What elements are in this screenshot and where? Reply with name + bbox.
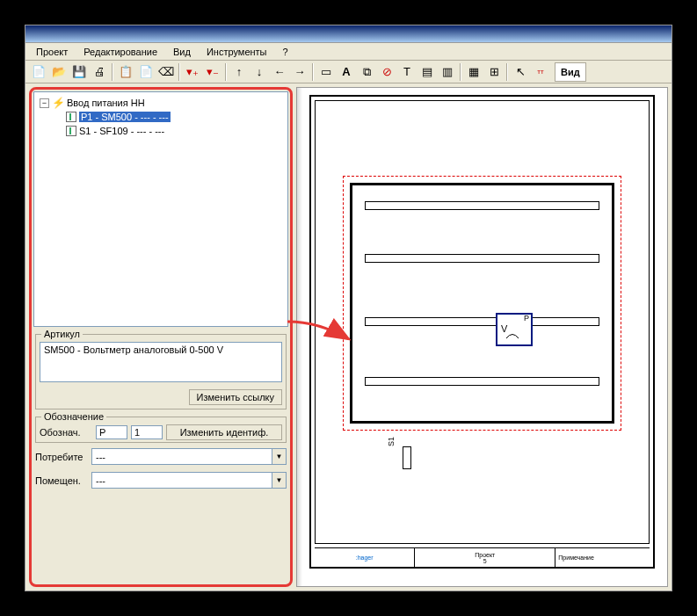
consumer-row: Потребите --- ▼: [35, 448, 287, 465]
project-word: Проект: [475, 552, 495, 558]
copy-box-icon[interactable]: ⧉: [357, 62, 376, 82]
tree-root-label: Ввод питания НН: [67, 98, 145, 108]
menu-bar: Проект Редактирование Вид Инструменты ?: [25, 43, 672, 61]
separator: [506, 63, 508, 81]
rail[interactable]: [365, 254, 599, 263]
article-legend: Артикул: [41, 329, 83, 339]
rail[interactable]: [365, 377, 599, 386]
designation-label: Обознач.: [40, 427, 92, 438]
arrow-up-icon[interactable]: ↑: [229, 62, 249, 82]
flag-remove-icon[interactable]: ▾₋: [203, 62, 222, 82]
flag-add-icon[interactable]: ▾₊: [183, 62, 202, 82]
tree-item-label: S1 - SF109 - --- - ---: [79, 126, 164, 136]
bolt-icon: ⚡: [52, 97, 64, 109]
p-label: P: [524, 314, 529, 322]
arrow-right-icon[interactable]: →: [290, 62, 309, 82]
designation-prefix-input[interactable]: [96, 425, 127, 439]
menu-help[interactable]: ?: [276, 45, 295, 59]
grid-icon[interactable]: ▦: [464, 62, 483, 82]
designation-number-input[interactable]: [131, 425, 163, 439]
paste-icon[interactable]: 📄: [136, 62, 156, 82]
tree-item-p1[interactable]: P1 - SM500 - --- - ---: [64, 110, 284, 124]
table-icon[interactable]: ⊞: [484, 62, 504, 82]
book2-icon[interactable]: ▥: [438, 62, 457, 82]
toolbar: 📄 📂 💾 🖨 📋 📄 ⌫ ▾₊ ▾₋ ↑ ↓ ← → ▭ A ⧉ ⊘ T ▤ …: [25, 61, 672, 83]
app-window: Проект Редактирование Вид Инструменты ? …: [25, 25, 672, 591]
brand-cell: :hager: [315, 548, 415, 567]
article-textarea[interactable]: SM500 - Вольтметр аналоговый 0-500 V: [40, 342, 282, 382]
separator: [460, 63, 461, 81]
view-button[interactable]: Вид: [555, 62, 586, 82]
circle-23-icon[interactable]: ⊘: [377, 62, 396, 82]
title-block: :hager Проект 5 Примечание: [315, 547, 650, 567]
consumer-value: ---: [92, 452, 272, 462]
book-icon[interactable]: ▤: [417, 62, 437, 82]
copy-icon[interactable]: 📋: [116, 62, 135, 82]
save-icon[interactable]: 💾: [69, 62, 89, 82]
note-cell: Примечание: [555, 548, 650, 567]
title-bar: [25, 25, 672, 43]
separator: [112, 63, 113, 81]
menu-project[interactable]: Проект: [29, 45, 75, 59]
rail[interactable]: [365, 317, 599, 326]
page-number: 5: [483, 558, 487, 564]
open-icon[interactable]: 📂: [49, 62, 69, 82]
text-a-icon[interactable]: A: [337, 62, 356, 82]
consumer-label: Потребите: [35, 452, 88, 462]
room-label: Помещен.: [35, 475, 88, 486]
cursor-tt-icon[interactable]: тт: [531, 62, 550, 82]
print-icon[interactable]: 🖨: [90, 62, 109, 82]
erase-icon[interactable]: ⌫: [156, 62, 176, 82]
rail[interactable]: [365, 201, 599, 210]
tree-item-label: P1 - SM500 - --- - ---: [79, 112, 171, 122]
arrow-down-icon[interactable]: ↓: [250, 62, 269, 82]
change-link-button[interactable]: Изменить ссылку: [189, 389, 282, 405]
menu-edit[interactable]: Редактирование: [76, 45, 164, 59]
page-icon[interactable]: ▭: [316, 62, 336, 82]
menu-view[interactable]: Вид: [166, 45, 198, 59]
drawing-frame: P V S1 :hager Проект 5 Примечание: [309, 95, 655, 569]
separator: [225, 63, 227, 81]
chevron-down-icon[interactable]: ▼: [272, 449, 286, 464]
tree-item-s1[interactable]: S1 - SF109 - --- - ---: [64, 124, 284, 138]
chevron-down-icon[interactable]: ▼: [272, 473, 286, 488]
designation-legend: Обозначение: [41, 411, 106, 422]
text-t-icon[interactable]: T: [397, 62, 417, 82]
cursor-icon[interactable]: ↖: [511, 62, 530, 82]
main-area: − ⚡ Ввод питания НН P1 - SM500 - --- - -…: [25, 83, 672, 591]
enclosure-box[interactable]: [350, 183, 614, 424]
collapse-icon[interactable]: −: [40, 98, 49, 108]
room-row: Помещен. --- ▼: [35, 472, 287, 489]
tree-view[interactable]: − ⚡ Ввод питания НН P1 - SM500 - --- - -…: [33, 91, 288, 327]
consumer-combo[interactable]: --- ▼: [91, 448, 287, 465]
meter-arc-icon: [506, 332, 519, 339]
tree-root-node[interactable]: − ⚡ Ввод питания НН: [38, 96, 284, 110]
component-p1[interactable]: P V: [496, 313, 533, 346]
arrow-left-icon[interactable]: ←: [270, 62, 289, 82]
left-panel: − ⚡ Ввод питания НН P1 - SM500 - --- - -…: [29, 87, 293, 587]
component-s1[interactable]: [403, 446, 411, 469]
designation-group: Обозначение Обознач. Изменить идентиф.: [35, 417, 287, 443]
shadow: [297, 88, 302, 586]
new-icon[interactable]: 📄: [29, 62, 48, 82]
separator: [178, 63, 180, 81]
room-value: ---: [92, 475, 272, 486]
article-group: Артикул SM500 - Вольтметр аналоговый 0-5…: [35, 334, 287, 409]
project-cell: Проект 5: [415, 548, 555, 567]
drawing-canvas[interactable]: P V S1 :hager Проект 5 Примечание: [296, 87, 668, 587]
separator: [312, 63, 314, 81]
room-combo[interactable]: --- ▼: [91, 472, 287, 489]
change-id-button[interactable]: Изменить идентиф.: [166, 424, 282, 440]
s1-label: S1: [387, 437, 396, 446]
component-icon: [66, 112, 76, 122]
menu-tools[interactable]: Инструменты: [200, 45, 274, 59]
component-icon: [66, 126, 76, 136]
